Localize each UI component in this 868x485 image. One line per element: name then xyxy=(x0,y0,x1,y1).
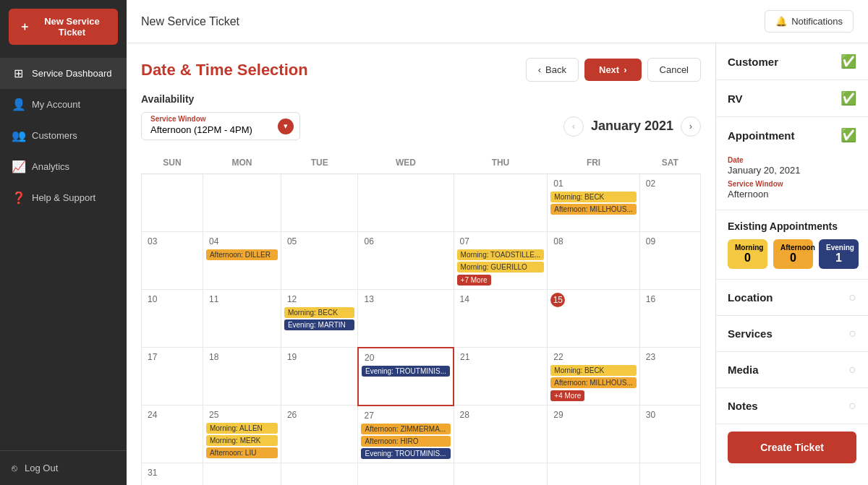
day-cell[interactable] xyxy=(454,463,548,486)
back-button[interactable]: ‹ Back xyxy=(526,58,579,82)
col-fri: FRI xyxy=(548,152,639,174)
sidebar-footer: ⎋ Log Out xyxy=(0,450,127,485)
rv-section[interactable]: RV ✅ xyxy=(716,80,868,117)
day-cell[interactable]: 24 xyxy=(142,405,203,463)
create-ticket-button[interactable]: Create Ticket xyxy=(728,432,856,463)
sidebar-item-analytics[interactable]: 📈 Analytics xyxy=(0,151,127,182)
topbar: New Service Ticket 🔔 Notifications xyxy=(127,0,868,43)
day-cell[interactable]: 19 xyxy=(281,348,358,405)
day-cell[interactable]: 17 xyxy=(142,348,203,405)
day-cell[interactable]: 30 xyxy=(639,405,700,463)
chevron-right-icon: › xyxy=(624,64,626,75)
sidebar-item-help-support[interactable]: ❓ Help & Support xyxy=(0,182,127,213)
services-circle-icon: ○ xyxy=(848,326,856,341)
apt-chips-row: Morning 0 Afternoon 0 Evening 1 xyxy=(728,239,856,269)
day-cell[interactable] xyxy=(203,463,281,486)
event-chip: Afternoon: MILLHOUS... xyxy=(550,377,636,388)
new-ticket-label: New Service Ticket xyxy=(36,16,108,38)
customers-icon: 👥 xyxy=(12,129,25,142)
day-cell[interactable]: 12 Morning: BECK Evening: MARTIN xyxy=(281,290,358,348)
col-thu: THU xyxy=(454,152,548,174)
cancel-button[interactable]: Cancel xyxy=(647,58,701,82)
day-cell[interactable] xyxy=(548,463,639,486)
day-cell[interactable]: 31 xyxy=(142,463,203,486)
dropdown-arrow-icon[interactable]: ▾ xyxy=(278,119,294,134)
customer-section[interactable]: Customer ✅ xyxy=(716,43,868,80)
location-label: Location xyxy=(728,291,773,304)
event-chip-more: +7 More xyxy=(457,275,491,286)
prev-month-button[interactable]: ‹ xyxy=(563,116,584,137)
event-chip: Morning: BECK xyxy=(550,365,636,376)
sidebar-label-analytics: Analytics xyxy=(32,161,69,172)
service-window-select[interactable]: Service Window Afternoon (12PM - 4PM) ▾ xyxy=(141,112,300,140)
day-cell[interactable] xyxy=(281,463,358,486)
day-cell[interactable]: 02 xyxy=(639,174,700,232)
table-row: 03 04 Afternoon: DILLER 05 06 07 Morning… xyxy=(142,232,701,290)
day-cell[interactable] xyxy=(639,463,700,486)
apt-sw-value: Afternoon xyxy=(728,189,856,199)
customer-check-icon: ✅ xyxy=(841,53,856,69)
event-chip: Afternoon: LIU xyxy=(206,447,278,458)
notes-section[interactable]: Notes ○ xyxy=(716,388,868,424)
day-cell[interactable]: 18 xyxy=(203,348,281,405)
day-cell[interactable] xyxy=(358,463,454,486)
event-chip: Afternoon: HIRO xyxy=(361,436,450,447)
day-cell[interactable]: 06 xyxy=(358,232,454,290)
appointment-check-icon: ✅ xyxy=(841,127,856,143)
appointment-details: Date January 20, 2021 Service Window Aft… xyxy=(716,146,868,210)
media-label: Media xyxy=(728,364,759,376)
day-cell[interactable]: 03 xyxy=(142,232,203,290)
day-cell[interactable]: 11 xyxy=(203,290,281,348)
day-cell[interactable]: 26 xyxy=(281,405,358,463)
day-cell[interactable]: 05 xyxy=(281,232,358,290)
notifications-button[interactable]: 🔔 Notifications xyxy=(765,10,854,33)
day-cell[interactable]: 13 xyxy=(358,290,454,348)
day-cell[interactable]: 07 Morning: TOADSTILLE... Morning: GUERI… xyxy=(454,232,548,290)
location-section[interactable]: Location ○ xyxy=(716,280,868,316)
calendar-grid: SUN MON TUE WED THU FRI SAT xyxy=(141,152,701,485)
sidebar-item-service-dashboard[interactable]: ⊞ Service Dashboard xyxy=(0,58,127,89)
day-cell[interactable]: 09 xyxy=(639,232,700,290)
notes-label: Notes xyxy=(728,400,758,412)
day-cell[interactable] xyxy=(281,174,358,232)
sidebar-item-my-account[interactable]: 👤 My Account xyxy=(0,89,127,120)
sidebar-label-my-account: My Account xyxy=(32,99,80,110)
day-cell[interactable]: 23 xyxy=(639,348,700,405)
media-section[interactable]: Media ○ xyxy=(716,352,868,388)
month-label: January 2021 xyxy=(591,119,673,134)
day-cell-selected[interactable]: 20 Evening: TROUTMINIS... xyxy=(358,348,454,405)
day-cell[interactable]: 16 xyxy=(639,290,700,348)
day-cell[interactable]: 01 Morning: BECK Afternoon: MILLHOUS... xyxy=(548,174,639,232)
day-cell[interactable] xyxy=(358,174,454,232)
logout-button[interactable]: ⎋ Log Out xyxy=(12,463,115,473)
day-cell[interactable] xyxy=(454,174,548,232)
sidebar-item-customers[interactable]: 👥 Customers xyxy=(0,120,127,151)
right-panel: Customer ✅ RV ✅ Appointment ✅ Date Janua… xyxy=(716,43,868,485)
new-service-ticket-button[interactable]: ＋ New Service Ticket xyxy=(9,9,118,45)
day-cell[interactable]: 14 xyxy=(454,290,548,348)
services-section[interactable]: Services ○ xyxy=(716,316,868,352)
day-cell[interactable]: 15 xyxy=(548,290,639,348)
event-chip: Morning: BECK xyxy=(550,192,636,202)
action-buttons: ‹ Back Next › Cancel xyxy=(526,58,701,82)
day-cell[interactable]: 27 Afternoon: ZIMMERMA... Afternoon: HIR… xyxy=(358,405,454,463)
day-cell[interactable]: 08 xyxy=(548,232,639,290)
day-cell[interactable] xyxy=(142,174,203,232)
next-button[interactable]: Next › xyxy=(584,59,642,81)
page-heading: Date & Time Selection xyxy=(141,61,308,80)
table-row: 17 18 19 20 Evening: TROUTMINIS... 21 22… xyxy=(142,348,701,405)
day-cell[interactable]: 28 xyxy=(454,405,548,463)
sidebar-label-customers: Customers xyxy=(32,130,77,141)
evening-chip: Evening 1 xyxy=(819,239,859,269)
day-cell[interactable]: 25 Morning: ALLEN Morning: MERK Afternoo… xyxy=(203,405,281,463)
day-cell[interactable]: 04 Afternoon: DILLER xyxy=(203,232,281,290)
help-icon: ❓ xyxy=(12,191,25,205)
day-cell[interactable]: 29 xyxy=(548,405,639,463)
next-month-button[interactable]: › xyxy=(681,116,701,137)
day-cell[interactable]: 22 Morning: BECK Afternoon: MILLHOUS... … xyxy=(548,348,639,405)
main-content: New Service Ticket 🔔 Notifications Date … xyxy=(127,0,868,485)
day-cell[interactable] xyxy=(203,174,281,232)
day-cell[interactable]: 10 xyxy=(142,290,203,348)
event-chip: Evening: TROUTMINIS... xyxy=(361,448,450,459)
day-cell[interactable]: 21 xyxy=(454,348,548,405)
